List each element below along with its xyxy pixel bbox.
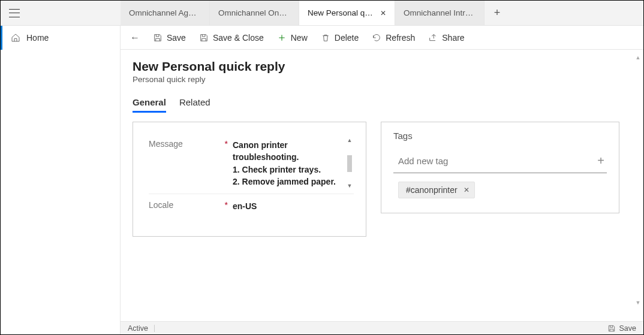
- locale-field[interactable]: en-US: [233, 200, 354, 212]
- message-scrollbar[interactable]: ▲ ▼: [345, 137, 354, 190]
- cmd-label: Share: [442, 33, 464, 43]
- tab-omnichannel-ong[interactable]: Omnichannel Ong…: [210, 1, 299, 25]
- record-status: Active: [128, 324, 148, 333]
- add-tag-button[interactable]: +: [595, 154, 607, 168]
- new-tab-button[interactable]: +: [484, 1, 510, 25]
- tab-omnichannel-age[interactable]: Omnichannel Age…: [121, 1, 210, 25]
- cmd-label: Refresh: [386, 33, 415, 43]
- page-title: New Personal quick reply: [133, 59, 631, 74]
- save-icon: [153, 33, 162, 43]
- tags-section: Tags + #canonprinter ✕: [381, 122, 619, 213]
- sidebar-item-home[interactable]: Home: [1, 26, 120, 50]
- remove-tag-icon[interactable]: ✕: [464, 186, 470, 194]
- sidebar-item-label: Home: [26, 33, 49, 43]
- home-icon: [11, 33, 20, 43]
- refresh-button[interactable]: Refresh: [366, 29, 421, 46]
- footer-save-label: Save: [619, 324, 637, 333]
- message-label: Message*: [149, 139, 233, 149]
- footer-save-button[interactable]: Save: [607, 324, 637, 333]
- tab-label: Omnichannel Ong…: [218, 8, 290, 17]
- formtab-related[interactable]: Related: [179, 97, 210, 113]
- back-button[interactable]: ←: [124, 29, 146, 47]
- page-scrollbar[interactable]: ▲ ▼: [635, 55, 641, 306]
- tab-label: Omnichannel Age…: [129, 8, 201, 17]
- message-field[interactable]: Canon printer troubleshooting. 1. Check …: [233, 139, 354, 188]
- cmd-label: Save: [167, 33, 186, 43]
- command-bar: ← Save Save & Close New Delete: [121, 26, 643, 50]
- share-button[interactable]: Share: [422, 29, 470, 46]
- cmd-label: Delete: [335, 33, 359, 43]
- delete-button[interactable]: Delete: [315, 29, 365, 46]
- save-icon: [607, 324, 616, 333]
- hamburger-menu-icon[interactable]: [9, 9, 20, 17]
- tab-omnichannel-intra[interactable]: Omnichannel Intra…: [395, 1, 484, 25]
- page-subtitle: Personal quick reply: [133, 75, 631, 84]
- tab-label: Omnichannel Intra…: [404, 8, 476, 17]
- locale-label: Locale*: [149, 200, 233, 210]
- tab-strip: Omnichannel Age… Omnichannel Ong… New Pe…: [121, 1, 510, 25]
- formtab-general[interactable]: General: [133, 97, 166, 113]
- save-close-icon: [199, 33, 209, 43]
- save-button[interactable]: Save: [147, 29, 192, 46]
- cmd-label: Save & Close: [213, 33, 264, 43]
- tag-chip[interactable]: #canonprinter ✕: [398, 182, 475, 198]
- general-section: Message* Canon printer troubleshooting. …: [133, 122, 366, 237]
- close-icon[interactable]: ✕: [380, 9, 386, 17]
- add-tag-input[interactable]: [398, 156, 595, 166]
- tab-label: New Personal quick reply: [308, 8, 374, 17]
- tab-new-personal-quick-reply[interactable]: New Personal quick reply ✕: [299, 1, 395, 25]
- plus-icon: [277, 33, 287, 43]
- share-icon: [428, 33, 438, 43]
- cmd-label: New: [291, 33, 308, 43]
- trash-icon: [321, 33, 330, 43]
- tag-chip-label: #canonprinter: [406, 185, 458, 195]
- status-bar: Active Save: [121, 321, 643, 334]
- save-close-button[interactable]: Save & Close: [193, 29, 270, 46]
- tags-title: Tags: [393, 131, 607, 141]
- new-button[interactable]: New: [271, 29, 314, 46]
- refresh-icon: [372, 33, 381, 43]
